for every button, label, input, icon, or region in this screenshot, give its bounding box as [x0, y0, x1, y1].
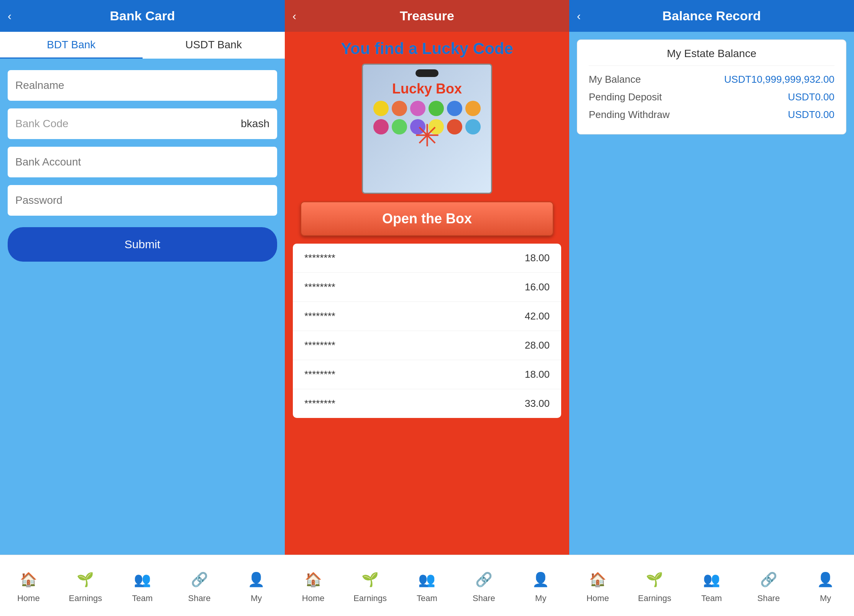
nav-earnings-2[interactable]: 🌱 Earnings — [351, 568, 389, 603]
back-button-3[interactable]: ‹ — [577, 10, 581, 23]
balance-value-1: USDT10,999,999,932.00 — [724, 74, 834, 85]
bank-card-header: ‹ Bank Card — [0, 0, 285, 32]
box-slot — [416, 69, 438, 77]
record-masked-2: ******** — [304, 281, 335, 293]
ball-12 — [465, 119, 481, 134]
home-icon-3: 🏠 — [586, 568, 609, 591]
nav-share-label-3: Share — [757, 593, 780, 603]
my-icon-1: 👤 — [245, 568, 268, 591]
ball-4 — [429, 101, 444, 116]
back-button-2[interactable]: ‹ — [292, 10, 296, 23]
tab-bdt-bank[interactable]: BDT Bank — [0, 32, 143, 59]
balance-label-1: My Balance — [589, 74, 641, 85]
lucky-box-label: Lucky Box — [392, 81, 462, 97]
nav-share-2[interactable]: 🔗 Share — [465, 568, 503, 603]
bank-code-value: bkash — [241, 118, 269, 130]
star-burst: ✳ — [414, 118, 440, 154]
record-amount-5: 18.00 — [525, 369, 550, 380]
balance-card-title: My Estate Balance — [589, 48, 834, 66]
nav-team-3[interactable]: 👥 Team — [692, 568, 731, 603]
record-amount-1: 18.00 — [525, 252, 550, 264]
balance-row-1: My Balance USDT10,999,999,932.00 — [589, 74, 834, 85]
nav-earnings-label-3: Earnings — [638, 593, 671, 603]
nav-home-3[interactable]: 🏠 Home — [578, 568, 617, 603]
nav-share-3[interactable]: 🔗 Share — [749, 568, 788, 603]
balance-label-2: Pending Deposit — [589, 91, 662, 103]
tabs-row: BDT Bank USDT Bank — [0, 32, 285, 59]
share-icon-1: 🔗 — [188, 568, 211, 591]
nav-team-label-2: Team — [417, 593, 437, 603]
bottom-nav-2: 🏠 Home 🌱 Earnings 👥 Team 🔗 Share 👤 My — [285, 555, 569, 616]
earnings-icon-2: 🌱 — [359, 568, 382, 591]
records-table: ******** 18.00 ******** 16.00 ******** 4… — [293, 244, 561, 418]
earnings-icon-3: 🌱 — [643, 568, 666, 591]
nav-share-1[interactable]: 🔗 Share — [180, 568, 218, 603]
treasure-header: ‹ Treasure — [285, 0, 569, 32]
nav-home-label-3: Home — [586, 593, 609, 603]
nav-my-1[interactable]: 👤 My — [237, 568, 276, 603]
realname-input[interactable] — [8, 70, 277, 101]
my-icon-2: 👤 — [529, 568, 552, 591]
record-row-6: ******** 33.00 — [293, 389, 561, 418]
ball-3 — [410, 101, 425, 116]
home-icon-1: 🏠 — [17, 568, 40, 591]
nav-earnings-label-2: Earnings — [353, 593, 387, 603]
open-box-button[interactable]: Open the Box — [301, 202, 553, 236]
ball-5 — [447, 101, 462, 116]
bank-account-input[interactable] — [8, 147, 277, 177]
ball-1 — [373, 101, 389, 116]
home-icon-2: 🏠 — [302, 568, 325, 591]
nav-share-label-1: Share — [188, 593, 211, 603]
balance-label-3: Pending Withdraw — [589, 109, 670, 121]
balance-record-header: ‹ Balance Record — [569, 0, 854, 32]
back-button-1[interactable]: ‹ — [8, 10, 11, 23]
nav-my-2[interactable]: 👤 My — [522, 568, 560, 603]
earnings-icon-1: 🌱 — [74, 568, 97, 591]
nav-my-3[interactable]: 👤 My — [806, 568, 845, 603]
record-row-3: ******** 42.00 — [293, 302, 561, 331]
balance-record-title: Balance Record — [662, 8, 761, 23]
nav-team-1[interactable]: 👥 Team — [123, 568, 161, 603]
ball-2 — [392, 101, 407, 116]
nav-my-label-3: My — [820, 593, 831, 603]
record-masked-6: ******** — [304, 398, 335, 410]
record-row-2: ******** 16.00 — [293, 273, 561, 302]
treasure-content: You find a Lucky Code Lucky Box — [285, 32, 569, 555]
ball-8 — [392, 119, 407, 134]
share-icon-3: 🔗 — [757, 568, 780, 591]
record-amount-3: 42.00 — [525, 310, 550, 322]
nav-home-1[interactable]: 🏠 Home — [9, 568, 48, 603]
nav-earnings-3[interactable]: 🌱 Earnings — [636, 568, 674, 603]
treasure-title: Treasure — [400, 8, 454, 23]
record-masked-5: ******** — [304, 369, 335, 380]
bank-code-label: Bank Code — [15, 118, 69, 130]
record-row-1: ******** 18.00 — [293, 244, 561, 273]
lucky-box-inner: Lucky Box ✳ — [366, 69, 488, 188]
nav-home-2[interactable]: 🏠 Home — [294, 568, 332, 603]
balance-row-2: Pending Deposit USDT0.00 — [589, 91, 834, 103]
share-icon-2: 🔗 — [472, 568, 495, 591]
balance-record-panel: ‹ Balance Record My Estate Balance My Ba… — [569, 0, 854, 616]
password-input[interactable] — [8, 185, 277, 216]
team-icon-3: 👥 — [700, 568, 723, 591]
team-icon-1: 👥 — [131, 568, 154, 591]
nav-my-label-1: My — [251, 593, 262, 603]
record-masked-4: ******** — [304, 339, 335, 351]
tab-usdt-bank[interactable]: USDT Bank — [143, 32, 285, 59]
balance-value-2: USDT0.00 — [788, 91, 834, 103]
nav-share-label-2: Share — [473, 593, 495, 603]
nav-team-2[interactable]: 👥 Team — [408, 568, 446, 603]
record-masked-3: ******** — [304, 310, 335, 322]
nav-earnings-1[interactable]: 🌱 Earnings — [66, 568, 105, 603]
ball-7 — [373, 119, 389, 134]
bank-card-panel: ‹ Bank Card BDT Bank USDT Bank Bank Code… — [0, 0, 285, 616]
nav-home-label-1: Home — [17, 593, 40, 603]
record-amount-6: 33.00 — [525, 398, 550, 410]
bottom-nav-3: 🏠 Home 🌱 Earnings 👥 Team 🔗 Share 👤 My — [569, 555, 854, 616]
bottom-nav-1: 🏠 Home 🌱 Earnings 👥 Team 🔗 Share 👤 My — [0, 555, 285, 616]
balance-card: My Estate Balance My Balance USDT10,999,… — [577, 39, 846, 134]
record-amount-4: 28.00 — [525, 339, 550, 351]
balance-row-3: Pending Withdraw USDT0.00 — [589, 109, 834, 121]
submit-button[interactable]: Submit — [8, 227, 277, 262]
lucky-code-title: You find a Lucky Code — [341, 39, 513, 58]
